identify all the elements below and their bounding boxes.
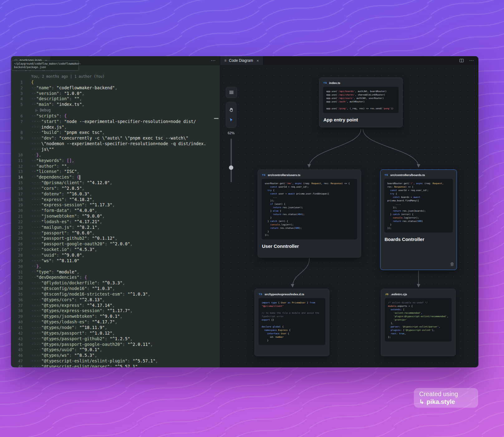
code-row: res: Response) => { <box>387 185 450 189</box>
code-row: ····"mailgun.js": "^8.2.1", <box>31 225 220 230</box>
line-number: 21 <box>11 214 31 219</box>
line-number: 15 <box>11 180 31 186</box>
diagram-menu-button[interactable] <box>226 87 237 98</box>
codelens[interactable]: ▷ Debug <box>11 107 220 113</box>
scrollbar-thumb[interactable] <box>214 118 219 119</box>
code-line: 32··"devDependencies": { <box>11 275 220 280</box>
code-row: const userId = req.user_id!; <box>387 189 450 192</box>
line-content: ▷ Debug <box>31 107 220 113</box>
node-filename: index.ts <box>329 81 340 85</box>
line-content: ····"dev": "concurrently -c \"auto\" \"p… <box>31 135 220 152</box>
code-row: import type { User as PrismaUser } from <box>262 301 322 304</box>
code-row: ··"keywords": [], <box>31 158 220 164</box>
zoom-slider-thumb[interactable] <box>229 165 233 170</box>
file-path-tooltip: ~/playground/codeflow_maker/codeflowmake… <box>12 61 79 71</box>
line-number: 33 <box>11 280 31 286</box>
code-line: 4··"description": "", <box>11 96 220 102</box>
line-content: ····"socket.io": "^4.5.3", <box>31 247 220 253</box>
code-row: ····"@flydotio/dockerfile": "^0.3.3", <box>31 280 220 286</box>
node-filename: .eslintrc.cjs <box>391 292 407 296</box>
list-icon: ≡ <box>224 58 226 63</box>
node-code-snippet: import type { User as PrismaUser } from"… <box>259 298 325 345</box>
code-row: ····"@types/passport": "^1.0.12", <box>31 331 220 336</box>
editor-pane: {} package.json × ⋯ package.json › {} de… <box>11 56 220 367</box>
split-editor-icon[interactable] <box>458 57 465 64</box>
code-row: } <box>265 230 354 233</box>
tab-code-diagram[interactable]: ≡ Code Diagram × <box>220 56 263 65</box>
code-row: ··"dependencies": { <box>31 174 220 180</box>
line-content: ····"@flydotio/dockerfile": "^0.3.3", <box>31 280 220 286</box>
code-row: return res.json(user); <box>265 206 354 209</box>
line-number: 40 <box>11 319 31 325</box>
code-line: 2··"name": "codeflowmaker-backend", <box>11 85 220 91</box>
code-row: console.log(error); <box>387 216 450 219</box>
diagram-node-eslintrc[interactable]: JS.eslintrc.cjs/* eslint-disable no-unde… <box>381 289 456 356</box>
line-content: ····"@typescript-eslint/parser": "^5.57.… <box>31 364 220 367</box>
code-row: }); <box>387 206 450 209</box>
code-row: const user = await prisma.user.findUniqu… <box>265 192 354 195</box>
code-row: ··}, <box>31 152 220 158</box>
code-row: console.log(err); <box>265 223 354 226</box>
editor-code[interactable]: You, 2 months ago | 1 author (You)1{2··"… <box>11 73 220 367</box>
line-content: ··"description": "", <box>31 96 220 102</box>
code-row: } catch (error) { <box>387 213 450 216</box>
delete-node-icon[interactable] <box>450 262 454 267</box>
code-line: 30··}, <box>11 264 220 269</box>
js-language-icon: JS <box>385 293 389 296</box>
pan-hand-tool[interactable] <box>228 106 235 113</box>
code-row: const userId = req.user_id!; <box>265 185 354 189</box>
diagram-node-index-ts[interactable]: TSindex.tsapp.use('/api/boards', authJWt… <box>319 77 403 127</box>
code-line: 17····"dotenv": "^16.0.3", <box>11 191 220 197</box>
code-row: /* eslint-disable no-undef */ <box>388 301 448 304</box>
node-header: JS.eslintrc.cjs <box>381 289 455 298</box>
app-window: {} package.json × ⋯ package.json › {} de… <box>11 56 478 367</box>
zoom-level: 62% <box>225 131 238 135</box>
code-row: ····"@types/jsonwebtoken": "^9.0.1", <box>31 314 220 319</box>
code-row: { <box>31 80 220 85</box>
editor-lines: You, 2 months ago | 1 author (You)1{2··"… <box>11 74 220 367</box>
annotation: You, 2 months ago | 1 author (You) <box>11 74 220 80</box>
select-cursor-tool[interactable] <box>228 116 235 123</box>
diagram-node-boards-controller[interactable]: TSsrc/controllers/boards.tsboardRouter.g… <box>380 169 457 270</box>
code-row: app.use('/ping', (_req, res) => res.send… <box>326 107 395 110</box>
code-row: try { <box>387 192 450 195</box>
code-row: namespace Express { <box>262 328 322 332</box>
code-line: 19····"express-session": "^1.17.3", <box>11 202 220 208</box>
code-row: try { <box>265 189 354 192</box>
code-row: ····"@types/express": "^4.17.14", <box>31 303 220 308</box>
diagram-node-users-controller[interactable]: TSsrc/controllers/users.tsuserRouter.get… <box>258 169 361 258</box>
more-actions-icon[interactable]: ⋯ <box>469 58 474 63</box>
editor-more-actions-icon[interactable]: ⋯ <box>206 56 220 65</box>
code-row: .... <box>387 202 450 206</box>
line-content: { <box>31 80 220 85</box>
line-content: ····"build": "pnpm exec tsc", <box>31 130 220 135</box>
code-row: }); <box>265 199 354 202</box>
line-number: 48 <box>11 364 31 367</box>
code-line: 45····"@types/uuid": "^9.0.1", <box>11 347 220 353</box>
line-number: 9 <box>11 135 31 152</box>
code-row: app.use('/api/boards', authJWt, boardRou… <box>326 90 395 93</box>
line-number: 29 <box>11 258 31 264</box>
node-code-snippet: /* eslint-disable no-undef */module.expo… <box>385 298 452 341</box>
code-line: 14··"dependencies": { <box>11 174 220 180</box>
diagram-tabbar: ≡ Code Diagram × ⋯ <box>220 56 478 65</box>
tab-close-icon[interactable]: × <box>256 58 259 63</box>
node-filename: src/controllers/boards.ts <box>390 173 425 177</box>
code-row: ····"express-session": "^1.17.3", <box>31 202 220 208</box>
code-line: 43····"@types/passport-github2": "^1.2.5… <box>11 336 220 342</box>
hamburger-icon <box>229 91 234 94</box>
code-row: ····"@types/passport-google-oauth20": "^… <box>31 342 220 347</box>
code-line: 40····"@types/lodash-es": "^4.17.7", <box>11 319 220 325</box>
code-row: return res.json(boards); <box>387 209 450 213</box>
node-title: App entry point <box>319 113 402 127</box>
zoom-slider[interactable] <box>226 139 236 182</box>
code-line: 48····"@typescript-eslint/parser": "^5.5… <box>11 364 220 367</box>
code-line: 1{ <box>11 80 220 85</box>
diagram-node-express-types[interactable]: TSsrc/types/express/index.d.tsimport typ… <box>254 289 329 356</box>
line-content: ··"type": "module", <box>31 269 220 275</box>
diagram-canvas[interactable]: TSindex.tsapp.use('/api/boards', authJWt… <box>220 65 478 367</box>
code-row: ····"ws": "^8.11.0" <box>31 258 220 264</box>
code-row <box>262 322 322 325</box>
code-row: return res.status(500) <box>387 219 450 223</box>
code-row: interface User { <box>262 332 322 335</box>
